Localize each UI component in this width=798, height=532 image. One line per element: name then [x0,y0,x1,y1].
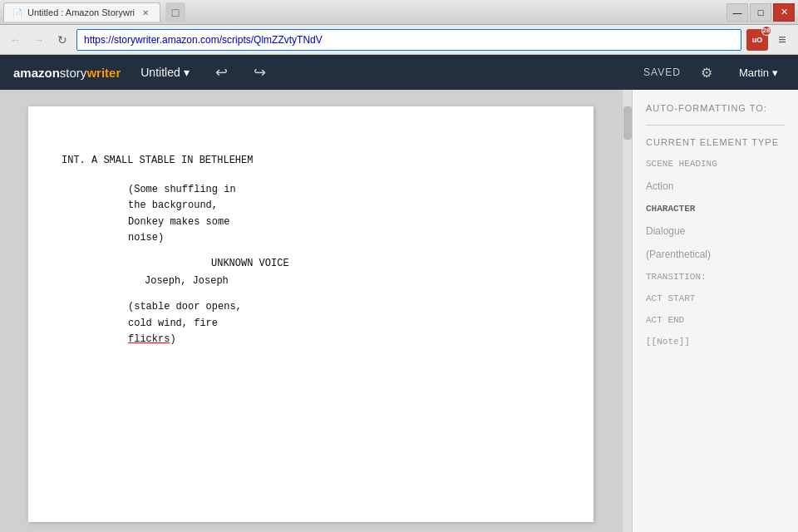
action2-line2: cold wind, fire [128,318,218,329]
action-block-2: (stable door opens, cold wind, fire flic… [128,299,344,347]
auto-format-title: AUTO-FORMATTING TO: [646,103,785,113]
dialogue-block-1: Joseph, Joseph [145,273,377,289]
action-block-1: (Some shuffling in the background, Donke… [128,182,344,246]
action1-line2: the background, [128,200,218,211]
action1-line3: Donkey makes some [128,216,229,228]
logo-amazon-text: amazon [13,66,60,80]
element-act-end[interactable]: ACT END [646,313,785,327]
script-page[interactable]: INT. A SMALL STABLE IN BETHLEHEM (Some s… [28,106,594,522]
document-name-button[interactable]: Untitled ▾ [134,62,195,82]
back-button[interactable]: ← [7,31,25,49]
ext-badge: 28 [761,26,771,36]
app-header: amazonstorywriter Untitled ▾ ↩ ↪ SAVED ⚙… [0,55,798,90]
user-name-label: Martin [739,66,769,79]
main-content: INT. A SMALL STABLE IN BETHLEHEM (Some s… [0,90,798,532]
new-tab-button[interactable]: □ [165,2,185,22]
right-panel: AUTO-FORMATTING TO: CURRENT ELEMENT TYPE… [632,90,798,532]
app-logo: amazonstorywriter [13,66,121,80]
document-name-label: Untitled [140,66,180,79]
dropdown-arrow-icon: ▾ [184,66,190,79]
panel-divider [646,125,785,126]
user-menu-button[interactable]: Martin ▾ [732,63,785,82]
current-element-title: CURRENT ELEMENT TYPE [646,137,785,147]
settings-button[interactable]: ⚙ [694,60,719,85]
action1-line4: noise) [128,232,164,244]
address-input[interactable] [76,29,741,51]
element-scene-heading[interactable]: SCENE HEADING [646,157,785,170]
extension-icon[interactable]: uO 28 [746,29,768,51]
element-character[interactable]: CHARACTER [646,202,785,215]
reload-button[interactable]: ↻ [53,31,71,49]
action2-line1: (stable door opens, [128,301,242,313]
element-parenthetical[interactable]: (Parenthetical) [646,247,785,262]
title-bar: 📄 Untitled : Amazon Storywri ✕ □ — □ ✕ [0,0,798,25]
maximize-button[interactable]: □ [750,3,771,22]
minimize-button[interactable]: — [727,3,748,22]
element-note[interactable]: [[Note]] [646,335,785,348]
element-dialogue[interactable]: Dialogue [646,224,785,239]
undo-button[interactable]: ↩ [209,60,234,85]
browser-menu-button[interactable]: ≡ [773,31,791,49]
scene-heading: INT. A SMALL STABLE IN BETHLEHEM [62,153,560,169]
element-transition[interactable]: TRANSITION: [646,270,785,283]
tab-title: Untitled : Amazon Storywri [27,7,135,17]
user-dropdown-icon: ▾ [772,66,778,79]
script-area[interactable]: INT. A SMALL STABLE IN BETHLEHEM (Some s… [0,90,622,532]
logo-writer-text: writer [86,66,121,80]
action1-line1: (Some shuffling in [128,184,236,195]
action2-line3-flickrs: flickrs [128,333,170,345]
saved-status: SAVED [643,66,681,78]
character-block-1: UNKNOWN VOICE [211,256,560,272]
ext-label: uO [752,36,763,44]
tab-close-button[interactable]: ✕ [140,7,151,18]
scrollbar-track[interactable] [622,90,632,532]
browser-tab[interactable]: 📄 Untitled : Amazon Storywri ✕ [3,2,160,22]
scrollbar-thumb[interactable] [623,106,632,140]
window-controls: — □ ✕ [727,3,795,22]
title-bar-left: 📄 Untitled : Amazon Storywri ✕ □ [3,2,185,22]
close-button[interactable]: ✕ [773,3,795,22]
page-icon: 📄 [12,8,22,17]
element-act-start[interactable]: ACT START [646,292,785,305]
logo-story-text: story [60,66,87,80]
redo-button[interactable]: ↪ [248,60,273,85]
address-bar: ← → ↻ uO 28 ≡ [0,25,798,55]
action2-line3-end: ) [170,333,175,345]
new-tab-icon: □ [172,6,179,19]
forward-button[interactable]: → [30,31,48,49]
element-action[interactable]: Action [646,179,785,194]
